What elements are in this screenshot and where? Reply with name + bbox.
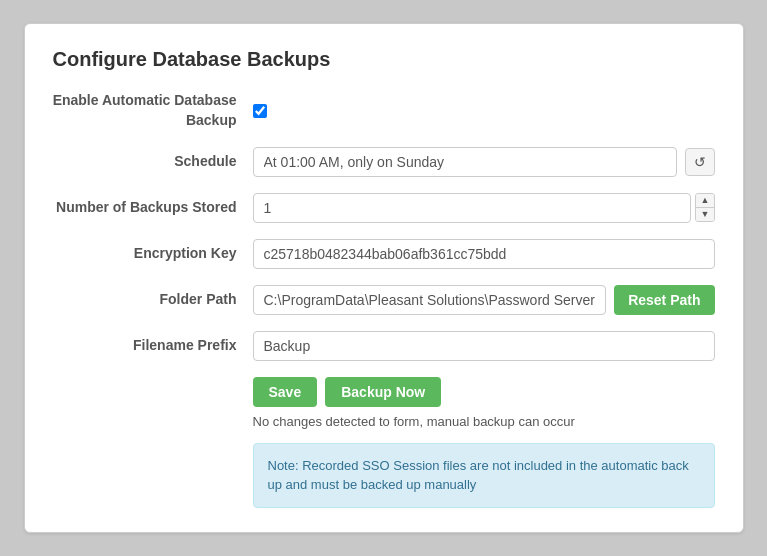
backups-stored-row: Number of Backups Stored ▲ ▼ [53,193,715,223]
enable-backup-checkbox[interactable] [253,104,267,118]
folder-path-wrapper: Reset Path [253,285,715,315]
schedule-row: Schedule ↺ [53,147,715,177]
spinner-wrapper: ▲ ▼ [253,193,715,223]
schedule-label: Schedule [53,152,253,172]
action-row: Save Backup Now [253,377,715,407]
filename-prefix-label: Filename Prefix [53,336,253,356]
folder-path-label: Folder Path [53,290,253,310]
status-text: No changes detected to form, manual back… [253,414,575,429]
encryption-key-row: Encryption Key [53,239,715,269]
folder-path-control: Reset Path [253,285,715,315]
status-row: No changes detected to form, manual back… [253,413,715,429]
backups-stored-label: Number of Backups Stored [53,198,253,218]
encryption-key-label: Encryption Key [53,244,253,264]
enable-backup-row: Enable Automatic Database Backup [53,91,715,130]
encryption-key-input[interactable] [253,239,715,269]
save-button[interactable]: Save [253,377,318,407]
spinner-down-button[interactable]: ▼ [696,208,714,221]
encryption-key-control [253,239,715,269]
note-box: Note: Recorded SSO Session files are not… [253,443,715,508]
folder-path-input[interactable] [253,285,607,315]
enable-backup-control [253,104,715,118]
spinner-up-button[interactable]: ▲ [696,194,714,208]
backup-now-button[interactable]: Backup Now [325,377,441,407]
edit-icon: ↺ [694,154,706,170]
reset-path-button[interactable]: Reset Path [614,285,714,315]
schedule-control: ↺ [253,147,715,177]
filename-prefix-control [253,331,715,361]
filename-prefix-input[interactable] [253,331,715,361]
filename-prefix-row: Filename Prefix [53,331,715,361]
configure-database-backups-card: Configure Database Backups Enable Automa… [24,23,744,532]
schedule-input[interactable] [253,147,677,177]
page-title: Configure Database Backups [53,48,715,71]
schedule-wrapper: ↺ [253,147,715,177]
enable-backup-label: Enable Automatic Database Backup [53,91,253,130]
backups-stored-input[interactable] [253,193,691,223]
backups-stored-control: ▲ ▼ [253,193,715,223]
schedule-edit-button[interactable]: ↺ [685,148,715,176]
spinner-arrows: ▲ ▼ [695,193,715,222]
folder-path-row: Folder Path Reset Path [53,285,715,315]
